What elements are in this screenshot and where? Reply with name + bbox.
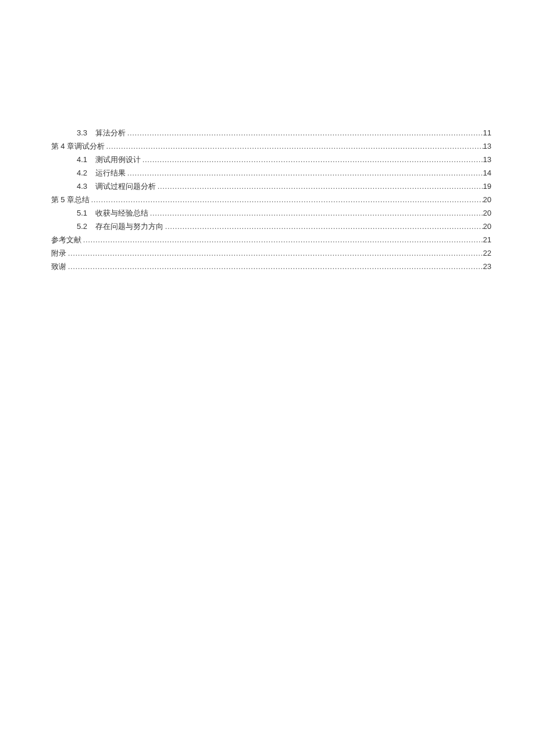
toc-label: 4.2运行结果 [77, 166, 126, 180]
toc-entry-page: 13 [483, 139, 491, 153]
toc-entry: 参考文献21 [51, 233, 491, 246]
toc-entry-page: 11 [483, 126, 491, 139]
toc-entry-page: 20 [483, 193, 491, 206]
toc-leader-dots [126, 166, 483, 180]
toc-entry: 附录22 [51, 246, 491, 260]
toc-entry-title: 调试过程问题分析 [95, 182, 156, 191]
toc-entry-page: 14 [483, 166, 491, 180]
toc-leader-dots [90, 193, 483, 206]
toc-entry: 第 4 章调试分析13 [51, 139, 491, 153]
toc-label: 第 5 章总结 [51, 193, 90, 206]
toc-entry: 致谢23 [51, 260, 491, 273]
toc-entry-page: 20 [483, 220, 491, 233]
toc-entry-title: 存在问题与努力方向 [95, 222, 163, 231]
toc-entry: 5.2存在问题与努力方向20 [51, 220, 491, 233]
toc-leader-dots [141, 153, 483, 166]
toc-label: 4.3调试过程问题分析 [77, 180, 156, 193]
toc-label: 致谢 [51, 260, 66, 273]
toc-entry: 第 5 章总结20 [51, 193, 491, 206]
toc-entry-title: 收获与经验总结 [95, 209, 148, 217]
toc-leader-dots [163, 220, 483, 233]
toc-label: 第 4 章调试分析 [51, 139, 105, 153]
toc-leader-dots [81, 233, 483, 246]
toc-label: 4.1测试用例设计 [77, 153, 141, 166]
toc-entry-page: 22 [483, 246, 491, 260]
toc-entry-page: 20 [483, 206, 491, 220]
toc-entry-number: 5.1 [77, 209, 87, 217]
toc-entry-title: 附录 [51, 249, 66, 257]
toc-entry-number: 5.2 [77, 222, 87, 231]
toc-entry-title: 总结 [74, 195, 90, 204]
toc-entry-title: 参考文献 [51, 235, 81, 244]
toc-entry: 4.2运行结果14 [51, 166, 491, 180]
toc-entry-number: 第 4 章 [51, 142, 74, 151]
toc-leader-dots [156, 180, 483, 193]
toc-entry-title: 算法分析 [95, 128, 126, 137]
toc-leader-dots [126, 126, 483, 139]
toc-entry-number: 3.3 [77, 128, 87, 137]
toc-label: 附录 [51, 246, 66, 260]
toc-leader-dots [66, 246, 483, 260]
toc-entry: 4.3调试过程问题分析19 [51, 180, 491, 193]
toc-leader-dots [66, 260, 483, 273]
toc-entry-number: 4.2 [77, 169, 87, 177]
toc-leader-dots [105, 139, 483, 153]
toc-entry-number: 第 5 章 [51, 195, 74, 204]
toc-entry-number: 4.1 [77, 155, 87, 164]
toc-label: 5.2存在问题与努力方向 [77, 220, 163, 233]
toc-label: 5.1收获与经验总结 [77, 206, 148, 220]
toc-entry-title: 运行结果 [95, 169, 126, 177]
toc-entry-title: 测试用例设计 [95, 155, 141, 164]
toc-entry-title: 致谢 [51, 262, 66, 271]
toc-entry: 3.3算法分析11 [51, 126, 491, 139]
toc-entry-page: 13 [483, 153, 491, 166]
toc-entry-page: 19 [483, 180, 491, 193]
toc-entry: 5.1收获与经验总结20 [51, 206, 491, 220]
toc-entry-title: 调试分析 [74, 142, 105, 151]
toc-label: 参考文献 [51, 233, 81, 246]
table-of-contents: 3.3算法分析11第 4 章调试分析134.1测试用例设计134.2运行结果14… [51, 126, 491, 273]
toc-entry-page: 23 [483, 260, 491, 273]
toc-entry: 4.1测试用例设计13 [51, 153, 491, 166]
toc-entry-number: 4.3 [77, 182, 87, 191]
toc-label: 3.3算法分析 [77, 126, 126, 139]
toc-entry-page: 21 [483, 233, 491, 246]
toc-leader-dots [148, 206, 483, 220]
